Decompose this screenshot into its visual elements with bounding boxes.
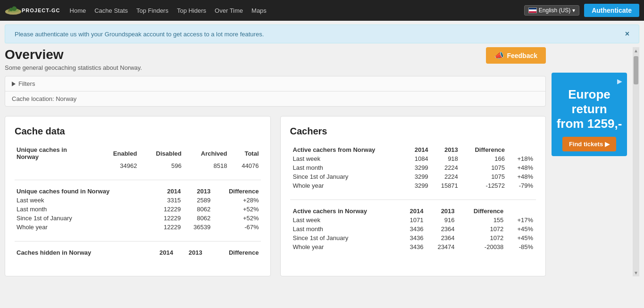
cachers-title: Cachers [290, 126, 536, 137]
nav-maps[interactable]: Maps [251, 7, 267, 14]
alert-bar: Please authenticate us with your Grounds… [5, 25, 639, 43]
flag-icon [528, 8, 537, 13]
row-label: Last month [290, 163, 406, 172]
unique-caches-table: Unique caches in Norway Enabled Disabled… [15, 145, 261, 170]
row-label: Since 1st of January [290, 172, 406, 181]
archived-val: 8518 [184, 161, 229, 170]
active-in-section: Active cachers in Norway 2014 2013 Diffe… [290, 207, 536, 251]
ad-top-space [552, 47, 627, 71]
table-row: Since 1st of January 3299 2224 1075 +48% [290, 172, 536, 181]
af-2013-hdr: 2013 [431, 145, 461, 154]
row-2014: 3436 [400, 225, 426, 233]
table-row: Last month 3436 2364 1072 +45% [290, 225, 536, 233]
find-tickets-button[interactable]: Find tickets ▶ [562, 137, 616, 151]
row-2014: 3436 [400, 242, 426, 251]
row-diff: +52% [212, 214, 260, 223]
active-from-section: Active cachers from Norway 2014 2013 Dif… [290, 145, 536, 190]
row-diff-pct: +45% [506, 225, 536, 233]
table-row: Last week 1071 916 155 +17% [290, 216, 536, 225]
filters-header[interactable]: Filters [5, 76, 545, 91]
chevron-down-icon: ▾ [572, 7, 575, 14]
year-2014-hdr: 2014 [153, 187, 183, 196]
alert-close-button[interactable]: × [625, 30, 629, 38]
total-val: 44076 [229, 161, 260, 170]
active-in-label: Active cachers in Norway [290, 207, 400, 216]
hidden-2014-hdr: 2014 [146, 248, 175, 257]
ai-2014-hdr: 2014 [400, 207, 426, 216]
row-2013: 2364 [426, 225, 457, 233]
cache-location-text: Cache location: Norway [12, 95, 76, 102]
svg-point-3 [12, 6, 17, 11]
row-diff-pct: -85% [506, 242, 536, 251]
filters-body: Cache location: Norway [5, 91, 545, 106]
row-2014: 12229 [153, 205, 183, 214]
active-in-table: Active cachers in Norway 2014 2013 Diffe… [290, 207, 536, 251]
cache-data-title: Cache data [15, 126, 261, 137]
overview-subtitle: Some general geocaching statistics about… [5, 64, 142, 71]
nav-top-finders[interactable]: Top Finders [136, 7, 168, 14]
scrollbar[interactable]: ▲ ▼ [633, 47, 639, 276]
row-diff-pct: +17% [506, 216, 536, 225]
row-diff-num: 1072 [458, 225, 507, 233]
table-row: Last week 1084 918 166 +18% [290, 154, 536, 163]
af-2014-hdr: 2014 [406, 145, 431, 154]
nav-top-hiders[interactable]: Top Hiders [177, 7, 206, 14]
row-2014: 1084 [406, 154, 431, 163]
feedback-button[interactable]: 📣 Feedback [486, 47, 546, 64]
logo-icon [5, 2, 22, 19]
year-2013-hdr: 2013 [183, 187, 212, 196]
unique-found-label: Unique caches found in Norway [15, 187, 153, 196]
row-label: Last month [290, 225, 400, 233]
unique-found-table: Unique caches found in Norway 2014 2013 … [15, 187, 261, 232]
language-label: English (US) [539, 7, 570, 14]
language-selector[interactable]: English (US) ▾ [524, 5, 579, 16]
diff-hdr: Difference [212, 187, 260, 196]
nav-home[interactable]: Home [70, 7, 86, 14]
divider [15, 180, 261, 180]
row-label: Last week [290, 216, 400, 225]
table-row: Whole year 3436 23474 -20038 -85% [290, 242, 536, 251]
outer-layout: Overview Some general geocaching statist… [0, 47, 644, 276]
row-label: Since 1st of January [15, 214, 153, 223]
table-row: Last month 12229 8062 +52% [15, 205, 261, 214]
ai-diff-hdr: Difference [458, 207, 507, 216]
row-diff-num: 1075 [461, 172, 508, 181]
row-label: Whole year [290, 242, 400, 251]
row-diff: -67% [212, 223, 260, 232]
scrollbar-thumb[interactable] [634, 56, 638, 84]
overview-header: Overview Some general geocaching statist… [5, 47, 546, 71]
active-from-label: Active cachers from Norway [290, 145, 406, 154]
ad-corner: ▶ [617, 77, 622, 85]
table-row: Whole year 12229 36539 -67% [15, 223, 261, 232]
row-diff-pct: +48% [508, 163, 536, 172]
authenticate-button[interactable]: Authenticate [584, 4, 639, 17]
row-2013: 918 [431, 154, 461, 163]
overview-text: Overview Some general geocaching statist… [5, 47, 142, 71]
row-diff: +52% [212, 205, 260, 214]
row-2013: 916 [426, 216, 457, 225]
row-diff-num: 155 [458, 216, 507, 225]
unique-caches-label: Unique caches in Norway [15, 145, 97, 161]
page-title: Overview [5, 47, 142, 62]
main-area: Please authenticate us with your Grounds… [0, 21, 644, 308]
nav-cache-stats[interactable]: Cache Stats [94, 7, 128, 14]
filters-label: Filters [18, 80, 35, 87]
row-diff-pct: +48% [508, 172, 536, 181]
scroll-down-arrow[interactable]: ▼ [633, 269, 639, 276]
top-right-controls: English (US) ▾ Authenticate [524, 4, 639, 17]
navbar: PROJECT-GC Home Cache Stats Top Finders … [0, 0, 644, 21]
hidden-diff-hdr: Difference [204, 248, 261, 257]
megaphone-icon: 📣 [494, 51, 504, 60]
row-label: Since 1st of January [290, 233, 400, 242]
row-2014: 3299 [406, 163, 431, 172]
enabled-val: 34962 [97, 161, 139, 170]
feedback-label: Feedback [507, 52, 537, 59]
nav-over-time[interactable]: Over Time [215, 7, 243, 14]
disabled-val: 596 [139, 161, 183, 170]
filters-section: Filters Cache location: Norway [5, 76, 546, 107]
row-2013: 2224 [431, 172, 461, 181]
row-label: Last month [15, 205, 153, 214]
logo[interactable]: PROJECT-GC [5, 2, 60, 19]
scroll-up-arrow[interactable]: ▲ [633, 47, 639, 54]
row-2014: 3436 [400, 233, 426, 242]
